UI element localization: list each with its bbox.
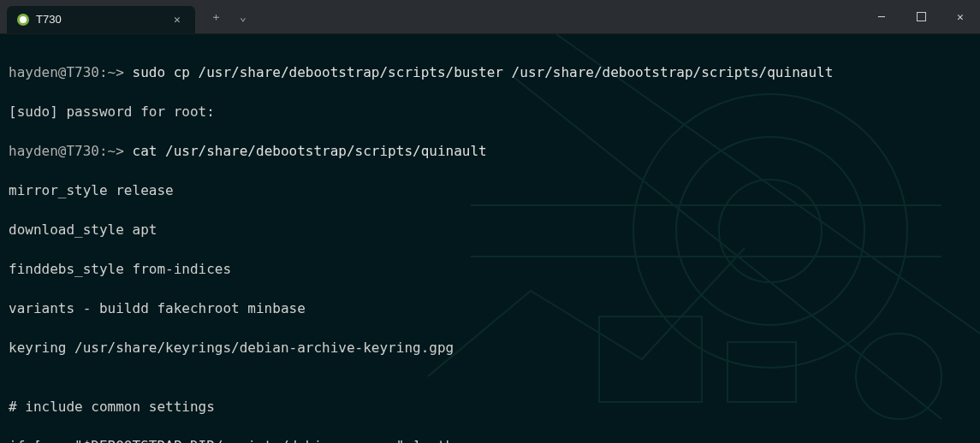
terminal-line: download_style apt xyxy=(9,220,971,239)
tab-action-bar: ＋ ⌄ xyxy=(205,7,253,27)
window-controls: ─ ✕ xyxy=(862,0,980,33)
terminal-surface[interactable]: hayden@T730:~> sudo cp /usr/share/deboot… xyxy=(0,34,980,443)
command-text: cat /usr/share/debootstrap/scripts/quina… xyxy=(133,141,487,161)
opensuse-icon xyxy=(17,14,29,26)
tab-dropdown-button[interactable]: ⌄ xyxy=(233,7,253,27)
close-window-button[interactable]: ✕ xyxy=(941,0,980,33)
shell-prompt: hayden@T730:~> xyxy=(9,62,133,82)
terminal-line: finddebs_style from-indices xyxy=(9,259,971,279)
terminal-line: hayden@T730:~> cat /usr/share/debootstra… xyxy=(9,141,971,161)
tab-title: T730 xyxy=(36,13,163,26)
command-text: sudo cp /usr/share/debootstrap/scripts/b… xyxy=(133,62,834,82)
terminal-tab[interactable]: T730 ✕ xyxy=(7,6,195,33)
terminal-line: if [ -e "$DEBOOTSTRAP_DIR/scripts/debian… xyxy=(9,436,971,443)
svg-rect-0 xyxy=(917,13,925,21)
tab-close-button[interactable]: ✕ xyxy=(169,12,185,27)
titlebar: T730 ✕ ＋ ⌄ ─ ✕ xyxy=(0,0,980,34)
maximize-icon xyxy=(917,12,926,21)
maximize-button[interactable] xyxy=(901,0,941,33)
terminal-content: hayden@T730:~> sudo cp /usr/share/deboot… xyxy=(0,34,980,443)
terminal-line: [sudo] password for root: xyxy=(9,102,971,121)
minimize-button[interactable]: ─ xyxy=(862,0,901,33)
terminal-line: hayden@T730:~> sudo cp /usr/share/deboot… xyxy=(9,62,971,82)
terminal-line: keyring /usr/share/keyrings/debian-archi… xyxy=(9,338,971,357)
new-tab-button[interactable]: ＋ xyxy=(205,7,226,27)
terminal-line: variants - buildd fakechroot minbase xyxy=(9,298,971,318)
terminal-line: mirror_style release xyxy=(9,180,971,200)
shell-prompt: hayden@T730:~> xyxy=(9,141,133,161)
terminal-line: # include common settings xyxy=(9,397,971,416)
